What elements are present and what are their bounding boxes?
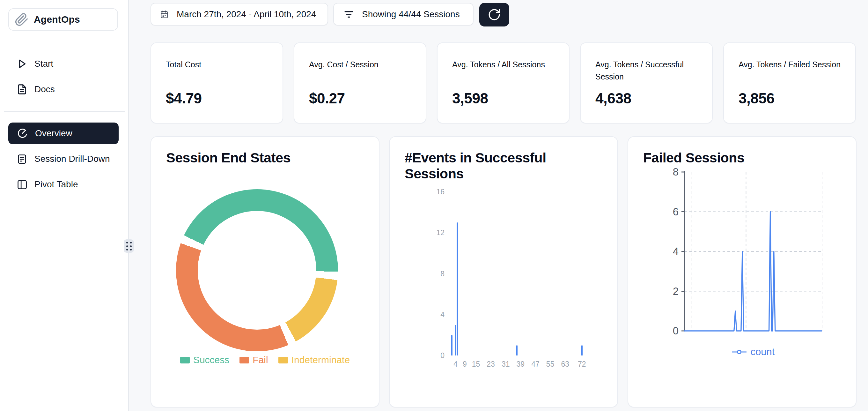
stat-label: Avg. Cost / Session: [309, 58, 414, 70]
stat-card-total-cost: Total Cost $4.79: [151, 42, 283, 123]
stat-card-avg-cost-session: Avg. Cost / Session $0.27: [294, 42, 426, 123]
sidebar-item-label: Session Drill-Down: [34, 154, 110, 164]
date-range-label: March 27th, 2024 - April 10th, 2024: [177, 9, 316, 20]
legend-swatch: [180, 357, 190, 363]
legend-label: Success: [193, 354, 229, 365]
events-histogram-card: #Events in Successful Sessions 048121649…: [389, 136, 618, 408]
stat-value: 3,598: [452, 90, 488, 107]
paperclip-logo-icon: [15, 12, 29, 27]
stat-label: Avg. Tokens / All Sessions: [452, 58, 557, 70]
legend-item-fail[interactable]: Fail: [240, 354, 268, 365]
donut-legend: Success Fail Indeterminate: [151, 354, 379, 365]
stat-label: Total Cost: [166, 58, 271, 70]
stat-card-avg-tokens-successful: Avg. Tokens / Successful Session 4,638: [580, 42, 713, 123]
sidebar-resize-handle[interactable]: [124, 239, 134, 253]
donut-hole: [198, 211, 316, 330]
y-axis-tick: 12: [422, 228, 444, 237]
stat-card-avg-tokens-failed: Avg. Tokens / Failed Session 3,856: [723, 42, 856, 123]
date-range-button[interactable]: March 27th, 2024 - April 10th, 2024: [151, 3, 328, 26]
stat-value: $0.27: [309, 90, 345, 107]
logo[interactable]: AgentOps: [8, 8, 118, 31]
sidebar-item-session-drill-down[interactable]: Session Drill-Down: [8, 150, 119, 168]
y-axis-tick: 4: [655, 245, 679, 258]
app-title: AgentOps: [34, 14, 80, 25]
x-axis-tick: 72: [572, 360, 592, 369]
histogram-bar: [457, 223, 458, 355]
legend-item-indeterminate[interactable]: Indeterminate: [278, 354, 350, 365]
chart-title: Session End States: [166, 150, 290, 166]
legend-swatch: [278, 357, 288, 363]
sidebar-divider: [4, 111, 125, 112]
failed-sessions-card: Failed Sessions count 02468: [627, 136, 857, 408]
stat-label: Avg. Tokens / Successful Session: [595, 58, 701, 83]
histogram-bar: [581, 345, 583, 355]
donut-chart: [176, 189, 338, 351]
y-axis-tick: 8: [422, 269, 444, 278]
sidebar-item-start[interactable]: Start: [8, 55, 119, 73]
y-axis-tick: 0: [422, 351, 444, 360]
stat-value: $4.79: [166, 90, 202, 107]
line-legend-icon: [732, 349, 746, 355]
legend-item-success[interactable]: Success: [180, 354, 229, 365]
legend-label: Fail: [253, 354, 268, 365]
legend-swatch: [240, 357, 249, 363]
y-axis-tick: 2: [655, 285, 679, 298]
stat-value: 3,856: [739, 90, 775, 107]
histogram-bar: [451, 335, 453, 355]
refresh-button[interactable]: [479, 3, 509, 27]
histogram-bar: [455, 325, 456, 355]
y-axis-tick: 4: [422, 310, 444, 319]
play-icon: [17, 58, 27, 69]
y-axis-tick: 8: [655, 165, 679, 179]
histogram-bar: [516, 345, 518, 355]
sidebar-item-label: Overview: [35, 128, 72, 139]
line-chart-canvas: [681, 170, 824, 336]
sidebar-item-label: Docs: [34, 84, 55, 94]
calendar-icon: [160, 10, 168, 19]
y-axis-tick: 6: [655, 205, 679, 218]
sidebar-item-label: Pivot Table: [34, 179, 78, 189]
sidebar-item-label: Start: [34, 59, 53, 69]
sidebar-item-docs[interactable]: Docs: [8, 80, 119, 98]
filter-icon: [343, 9, 354, 20]
sidebar-item-overview[interactable]: Overview: [8, 122, 119, 144]
sidebar-item-pivot-table[interactable]: Pivot Table: [8, 176, 119, 194]
events-bar-chart: 0481216491523313947556372: [390, 137, 617, 407]
sessions-filter-button[interactable]: Showing 44/44 Sessions: [333, 3, 473, 26]
failed-sessions-line-chart: count 02468: [628, 137, 856, 407]
y-axis-tick: 0: [655, 324, 679, 337]
gauge-icon: [17, 128, 28, 139]
line-legend-count[interactable]: count: [684, 346, 822, 358]
stat-value: 4,638: [595, 90, 631, 107]
y-axis-tick: 16: [422, 187, 444, 196]
line-legend-label: count: [751, 346, 775, 358]
sessions-filter-label: Showing 44/44 Sessions: [362, 9, 460, 20]
stat-label: Avg. Tokens / Failed Session: [739, 58, 844, 70]
docs-icon: [17, 84, 27, 95]
document-lines-icon: [17, 153, 27, 164]
stat-card-avg-tokens-all: Avg. Tokens / All Sessions 3,598: [437, 42, 569, 123]
legend-label: Indeterminate: [291, 354, 350, 365]
panel-left-icon: [17, 179, 27, 190]
session-end-states-card: Session End States Success Fail Indeterm…: [151, 136, 379, 408]
x-axis-tick: 63: [556, 360, 575, 369]
refresh-icon: [488, 8, 501, 21]
sidebar: AgentOps Start Docs Overview Session Dri…: [0, 0, 129, 411]
